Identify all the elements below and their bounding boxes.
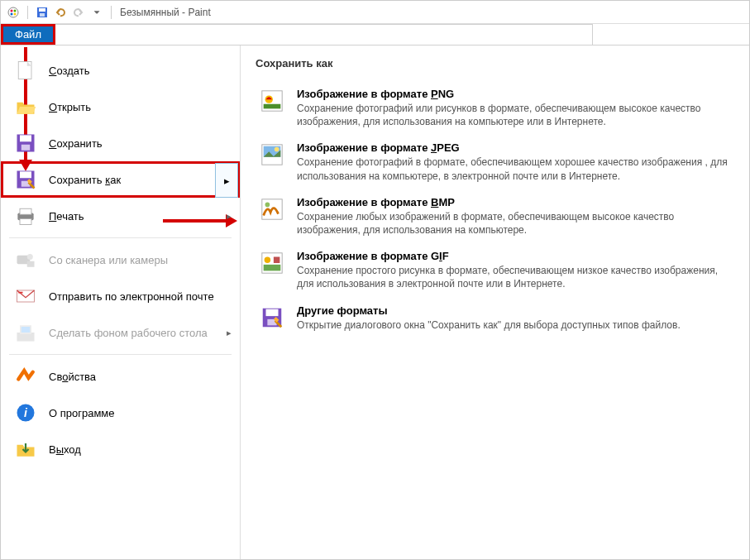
format-text: Другие форматыОткрытие диалогового окна … <box>297 304 731 332</box>
menu-item-label: Выход <box>49 443 232 456</box>
file-tab-label: Файл <box>15 28 41 41</box>
menu-item-6[interactable]: Отправить по электронной почте <box>1 278 240 314</box>
menu-item-label: Свойства <box>49 371 232 383</box>
menu-item-icon <box>12 93 39 120</box>
svg-point-35 <box>265 202 270 207</box>
menu-item-label: Сделать фоном рабочего стола <box>49 327 222 339</box>
format-option-3[interactable]: Изображение в формате GIFСохранение прос… <box>256 243 734 297</box>
format-icon <box>259 141 285 168</box>
redo-icon[interactable] <box>72 6 85 19</box>
svg-point-0 <box>8 7 18 17</box>
menu-item-7: Сделать фоном рабочего стола▸ <box>1 314 240 351</box>
format-icon <box>259 196 285 223</box>
svg-point-2 <box>14 9 17 12</box>
svg-point-1 <box>11 9 13 12</box>
format-desc: Сохранение любых изображений в формате, … <box>297 210 731 237</box>
menu-item-2[interactable]: Сохранить <box>1 125 240 161</box>
svg-rect-37 <box>264 265 281 271</box>
menu-item-label: Создать <box>49 65 232 77</box>
svg-rect-25 <box>21 327 31 333</box>
svg-rect-7 <box>40 13 45 17</box>
menu-item-5: Со сканера или камеры <box>1 242 240 278</box>
svg-rect-11 <box>21 145 31 151</box>
menu-item-9[interactable]: iО программе <box>1 395 240 431</box>
format-text: Изображение в формате JPEGСохранение фот… <box>297 141 731 182</box>
menu-item-0[interactable]: Создать <box>1 52 240 89</box>
menu-item-icon <box>12 246 39 273</box>
app-icon <box>7 6 20 19</box>
format-title: Изображение в формате JPEG <box>297 141 731 154</box>
menu-item-1[interactable]: Открыть <box>1 89 240 125</box>
svg-point-3 <box>11 12 13 15</box>
ribbon: Файл <box>1 24 749 45</box>
svg-rect-6 <box>39 8 45 12</box>
menu-item-label: О программе <box>49 407 232 419</box>
format-title: Другие форматы <box>297 304 731 317</box>
titlebar: ⏷ Безымянный - Paint <box>1 1 749 24</box>
format-option-2[interactable]: Изображение в формате BMPСохранение любы… <box>256 189 734 243</box>
svg-point-4 <box>14 12 17 15</box>
menu-item-icon <box>12 363 39 390</box>
save-icon[interactable] <box>36 6 49 19</box>
svg-rect-13 <box>20 171 31 178</box>
submenu-title: Сохранить как <box>256 57 734 69</box>
menu-item-icon <box>12 283 39 309</box>
menu-item-4[interactable]: Печать▸ <box>1 198 240 234</box>
menu-item-icon <box>12 57 39 84</box>
menu-item-3[interactable]: Сохранить как▸ <box>1 161 240 198</box>
svg-point-33 <box>275 147 279 152</box>
menu-item-label: Печать <box>49 210 222 223</box>
saveas-submenu: Сохранить как Изображение в формате PNGС… <box>241 45 749 559</box>
svg-rect-17 <box>20 219 31 225</box>
menu-item-label: Открыть <box>49 101 232 113</box>
menu-item-icon: i <box>12 400 39 426</box>
svg-rect-10 <box>20 135 31 141</box>
ribbon-empty-area <box>55 24 593 45</box>
svg-rect-30 <box>264 104 281 109</box>
submenu-split-button[interactable]: ▸ <box>215 163 238 198</box>
file-menu-panel: СоздатьОткрытьСохранитьСохранить как▸Печ… <box>1 45 749 559</box>
file-tab[interactable]: Файл <box>1 24 55 45</box>
menu-separator <box>9 237 232 238</box>
svg-point-19 <box>27 254 33 260</box>
menu-item-8[interactable]: Свойства <box>1 358 240 395</box>
format-icon <box>259 304 285 331</box>
format-text: Изображение в формате BMPСохранение любы… <box>297 196 731 237</box>
qat-divider <box>27 6 28 19</box>
svg-rect-39 <box>274 257 280 264</box>
menu-separator <box>9 354 232 355</box>
format-option-4[interactable]: Другие форматыОткрытие диалогового окна … <box>256 298 734 338</box>
menu-item-icon <box>12 203 39 229</box>
qat-customize-icon[interactable]: ⏷ <box>90 6 103 19</box>
menu-item-label: Отправить по электронной почте <box>49 290 232 303</box>
qat-divider-2 <box>111 6 112 19</box>
menu-item-icon <box>12 130 39 156</box>
format-title: Изображение в формате BMP <box>297 196 731 208</box>
format-option-1[interactable]: Изображение в формате JPEGСохранение фот… <box>256 135 734 189</box>
format-text: Изображение в формате GIFСохранение прос… <box>297 250 731 290</box>
format-desc: Открытие диалогового окна "Сохранить как… <box>297 318 731 332</box>
menu-item-icon <box>12 319 39 346</box>
format-option-0[interactable]: Изображение в формате PNGСохранение фото… <box>256 81 734 135</box>
format-icon <box>259 88 285 114</box>
svg-rect-22 <box>18 292 22 294</box>
menu-item-label: Сохранить <box>49 137 232 150</box>
format-icon <box>259 250 285 276</box>
format-desc: Сохранение фотографий в формате, обеспеч… <box>297 156 731 182</box>
menu-item-10[interactable]: Выход <box>1 431 240 467</box>
svg-point-38 <box>265 257 271 264</box>
menu-item-label: Сохранить как <box>49 174 232 186</box>
undo-icon[interactable] <box>54 6 67 19</box>
format-title: Изображение в формате PNG <box>297 88 731 100</box>
submenu-arrow-icon: ▸ <box>227 211 232 222</box>
submenu-arrow-icon: ▸ <box>227 328 232 338</box>
window-title: Безымянный - Paint <box>120 7 211 18</box>
format-title: Изображение в формате GIF <box>297 250 731 262</box>
menu-item-icon <box>12 436 39 462</box>
menu-item-icon <box>12 166 39 193</box>
svg-rect-41 <box>266 309 279 315</box>
format-text: Изображение в формате PNGСохранение фото… <box>297 88 731 128</box>
svg-rect-20 <box>27 261 35 267</box>
menu-item-label: Со сканера или камеры <box>49 254 232 266</box>
file-menu-left: СоздатьОткрытьСохранитьСохранить как▸Печ… <box>1 45 241 559</box>
